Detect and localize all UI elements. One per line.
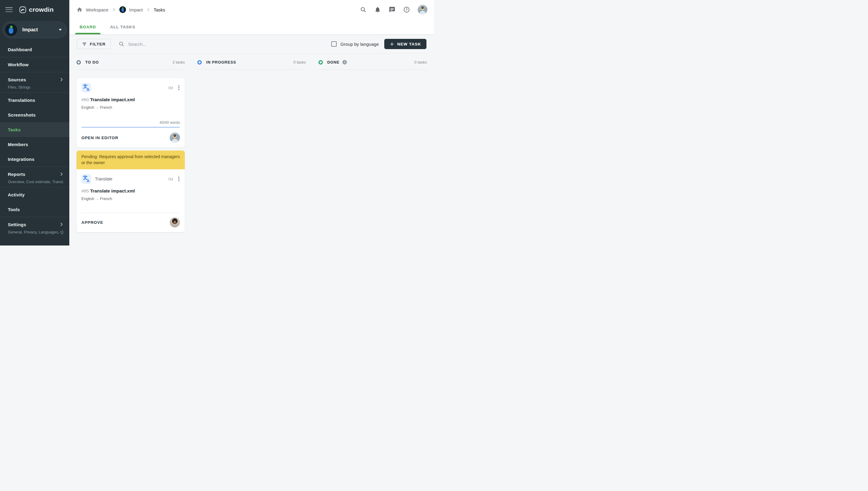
main-area: Workspace Impact Tasks [69, 0, 434, 246]
sidebar-item-integrations[interactable]: Integrations [0, 152, 69, 167]
approve-button[interactable]: APPROVE [81, 220, 103, 225]
language-pair: English→French [81, 105, 180, 110]
messages-chat-icon[interactable] [389, 6, 395, 13]
task-count: 2 tasks [172, 60, 185, 64]
duration-badge: 0d [168, 177, 173, 181]
sidebar-subtitle: Files, Strings [8, 85, 64, 89]
breadcrumb-workspace[interactable]: Workspace [86, 7, 109, 12]
words-progress-label: 40/40 words [81, 120, 180, 127]
translate-task-icon: 文A [81, 174, 91, 184]
sidebar-item-tools[interactable]: Tools [0, 202, 69, 217]
arrow-right-icon: → [94, 105, 100, 110]
group-by-language-label: Group by language [340, 41, 379, 47]
status-circle-done [318, 60, 323, 64]
hamburger-menu-icon[interactable] [5, 7, 13, 12]
breadcrumb-project[interactable]: Impact [129, 7, 143, 12]
task-card-60[interactable]: 文A 0d #60Translate impact.xml English→Fr… [77, 78, 185, 148]
sidebar-item-translations[interactable]: Translations [0, 93, 69, 108]
task-count: 0 tasks [414, 60, 427, 64]
kebab-menu-icon[interactable] [178, 175, 180, 182]
tab-bar: BOARD ALL TASKS [69, 19, 434, 34]
search-box [118, 41, 331, 47]
info-icon[interactable]: i [342, 60, 347, 64]
sidebar-item-members[interactable]: Members [0, 137, 69, 152]
sidebar-nav: Dashboard Workflow Sources Files, String… [0, 42, 69, 246]
sidebar-subtitle: General, Privacy, Languages, Q... [8, 230, 64, 234]
column-todo: TO DO 2 tasks 文A 0d #60Translate impact.… [77, 60, 185, 246]
checkbox-unchecked[interactable] [331, 41, 337, 47]
crowdin-logo[interactable]: crowdin [19, 6, 54, 13]
sidebar-item-sources[interactable]: Sources Files, Strings [0, 72, 69, 92]
project-avatar [5, 24, 17, 36]
assignee-avatar[interactable] [170, 217, 180, 227]
column-header: TO DO 2 tasks [77, 60, 185, 70]
column-in-progress: IN PROGRESS 0 tasks [197, 60, 306, 246]
column-header: IN PROGRESS 0 tasks [197, 60, 306, 70]
arrow-right-icon: → [94, 196, 100, 201]
sidebar-header: crowdin [0, 0, 69, 19]
language-pair: English→French [81, 196, 180, 201]
sidebar: crowdin Impact Dashboard Workflow Source… [0, 0, 69, 246]
sidebar-item-tasks[interactable]: Tasks [0, 122, 69, 137]
status-circle-in-progress [197, 60, 202, 64]
tab-board[interactable]: BOARD [75, 19, 101, 34]
breadcrumb-current-page: Tasks [154, 7, 165, 12]
sidebar-subtitle: Overview, Cost estimate, Transl... [8, 179, 64, 184]
filter-button[interactable]: FILTER [77, 39, 111, 49]
sidebar-item-reports[interactable]: Reports Overview, Cost estimate, Transl.… [0, 167, 69, 187]
project-name: Impact [22, 27, 59, 32]
search-icon[interactable] [360, 6, 366, 13]
svg-text:?: ? [406, 8, 408, 11]
task-title: #60Translate impact.xml [81, 97, 180, 102]
page-header: Workspace Impact Tasks [69, 0, 434, 35]
chevron-right-icon [112, 7, 116, 12]
sidebar-item-settings[interactable]: Settings General, Privacy, Languages, Q.… [0, 217, 69, 237]
chevron-right-icon [59, 172, 64, 176]
assignee-avatar[interactable] [170, 133, 180, 143]
breadcrumb-project-avatar [119, 6, 126, 13]
duration-badge: 0d [168, 86, 173, 90]
sidebar-item-screenshots[interactable]: Screenshots [0, 108, 69, 122]
search-input[interactable] [128, 41, 219, 47]
breadcrumb: Workspace Impact Tasks [77, 6, 360, 13]
home-icon[interactable] [77, 7, 83, 13]
task-card-85[interactable]: Pending: Requires approval from selected… [77, 151, 185, 232]
help-icon[interactable]: ? [403, 6, 410, 13]
open-in-editor-button[interactable]: OPEN IN EDITOR [81, 136, 118, 140]
translate-task-icon: 文A [81, 83, 91, 92]
crowdin-logo-icon [19, 6, 26, 13]
search-icon [118, 41, 124, 47]
column-done: DONE i 0 tasks [318, 60, 427, 246]
tab-all-tasks[interactable]: ALL TASKS [106, 19, 140, 34]
column-header: DONE i 0 tasks [318, 60, 427, 70]
toolbar: FILTER Group by language NEW TASK [75, 35, 428, 54]
user-avatar[interactable] [418, 5, 427, 15]
logo-wordmark: crowdin [29, 6, 54, 13]
group-by-language-toggle[interactable]: Group by language [331, 41, 379, 47]
filter-icon [82, 41, 87, 47]
new-task-button[interactable]: NEW TASK [384, 39, 426, 49]
sidebar-item-dashboard[interactable]: Dashboard [0, 42, 69, 57]
plus-icon [390, 42, 394, 47]
pending-approval-banner: Pending: Requires approval from selected… [77, 151, 185, 169]
kebab-menu-icon[interactable] [178, 84, 180, 91]
divider [81, 213, 180, 213]
chevron-down-icon [59, 29, 62, 31]
notifications-bell-icon[interactable] [374, 6, 381, 13]
progress-bar [81, 127, 180, 128]
task-type-label: Translate [95, 176, 112, 181]
task-board: TO DO 2 tasks 文A 0d #60Translate impact.… [69, 54, 434, 246]
task-count: 0 tasks [293, 60, 306, 64]
chevron-right-icon [59, 222, 64, 227]
task-title: #85Translate impact.xml [81, 188, 180, 193]
crowdin-app: crowdin Impact Dashboard Workflow Source… [0, 0, 434, 246]
sidebar-item-workflow[interactable]: Workflow [0, 57, 69, 72]
chevron-right-icon [146, 7, 150, 12]
project-selector[interactable]: Impact [2, 21, 67, 38]
status-circle-todo [77, 60, 81, 64]
chevron-right-icon [59, 77, 64, 82]
sidebar-item-activity[interactable]: Activity [0, 187, 69, 202]
